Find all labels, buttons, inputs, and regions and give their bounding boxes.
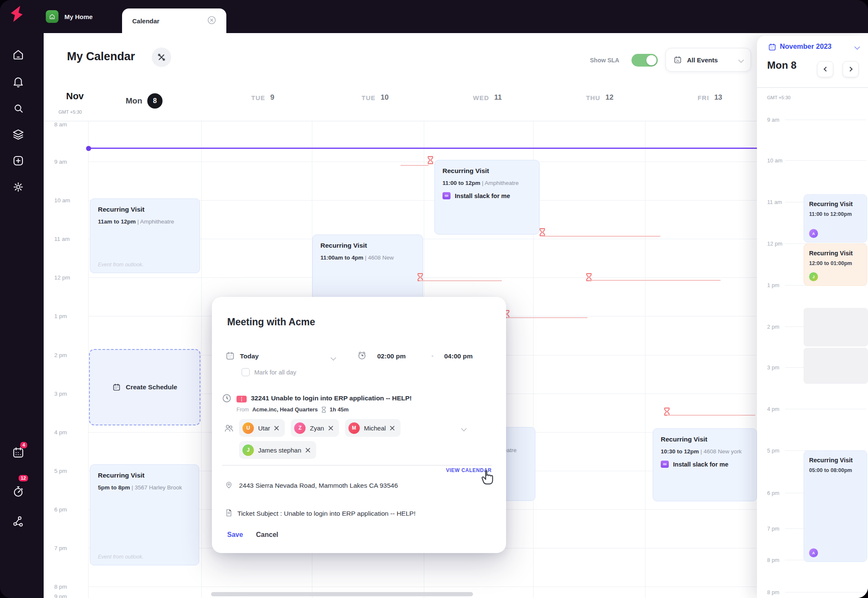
attendee-chip-james[interactable]: J James stephan [239, 441, 316, 459]
event-source-note: Event from outlook. [98, 262, 144, 268]
panel-divider [757, 87, 868, 88]
hour-label: 2 pm [54, 352, 67, 358]
sidebar-item-notifications[interactable] [11, 75, 25, 89]
cancel-button[interactable]: Cancel [256, 531, 278, 539]
sla-line [507, 317, 587, 318]
meeting-modal: Meeting with Acme Today 02:00 pm - 04:00… [212, 297, 506, 553]
sla-line [420, 280, 502, 281]
close-tab-icon[interactable] [207, 16, 216, 26]
sidebar-item-add[interactable] [11, 154, 25, 168]
all-events-dropdown[interactable]: All Events [665, 48, 751, 72]
tools-icon [157, 53, 166, 62]
event-card-wed11-11am[interactable]: Recurring Visit 11:00 to 12pm | Amphithe… [434, 160, 540, 235]
panel-hour-label: 5 pm [767, 447, 779, 454]
tab-calendar-label: Calendar [132, 17, 159, 25]
sla-line [588, 280, 721, 281]
panel-hour-label: 2 pm [767, 324, 779, 330]
panel-busy-block [804, 348, 868, 384]
hour-label: 11 am [54, 236, 70, 242]
duration-hourglass-icon [321, 407, 326, 413]
chevron-down-icon[interactable] [854, 44, 860, 50]
time-separator: - [431, 352, 434, 359]
sla-hourglass-icon [427, 156, 434, 166]
alarm-clock-icon [357, 350, 367, 360]
day-header-thu-12[interactable]: THU 12 [586, 93, 614, 102]
page-title: My Calendar [67, 50, 135, 63]
stopwatch-icon [12, 485, 25, 498]
chevron-down-icon[interactable] [331, 355, 336, 360]
location-value[interactable]: 2443 Sierra Nevada Road, Mammoth Lakes C… [239, 482, 398, 489]
show-sla-toggle[interactable] [632, 54, 658, 67]
chevron-down-icon[interactable] [461, 426, 467, 431]
app-task-icon [661, 461, 669, 468]
panel-event-11am[interactable]: Recurring Visit 11:00 to 12:00pm A [804, 194, 867, 243]
panel-event-5pm[interactable]: Recurring Visit 05:00 to 08:00pm A [804, 450, 867, 562]
remove-attendee-icon[interactable] [306, 448, 310, 453]
share-network-icon [12, 515, 25, 528]
hour-label: 9 pm [54, 593, 67, 598]
remove-attendee-icon[interactable] [390, 426, 395, 430]
horizontal-scrollbar[interactable] [211, 592, 473, 596]
panel-hour-label: 7 pm [767, 525, 779, 532]
search-icon [13, 103, 24, 114]
grid-hline [88, 162, 757, 162]
day-header-tue-10[interactable]: TUE 10 [362, 93, 389, 102]
avatar: J [809, 272, 818, 281]
event-card-mon-5pm[interactable]: Recurring Visit 5pm to 8pm | 3567 Harley… [90, 464, 199, 565]
sidebar-item-layers[interactable] [11, 127, 25, 142]
grid-hline [88, 587, 757, 587]
app-window: My Calendar Show SLA All Events Nov GMT … [0, 0, 868, 598]
attendees-icon [224, 423, 234, 433]
document-icon [225, 508, 233, 517]
all-day-checkbox[interactable] [242, 368, 250, 376]
gear-icon [12, 181, 24, 193]
panel-hour-label: 4 pm [767, 406, 779, 412]
chevron-right-icon [848, 67, 852, 71]
calendar-settings-button[interactable] [152, 48, 171, 67]
from-label: From [236, 407, 249, 413]
tab-my-home[interactable]: My Home [46, 8, 93, 25]
start-time-field[interactable]: 02:00 pm [377, 352, 406, 360]
remove-attendee-icon[interactable] [328, 426, 333, 430]
next-day-button[interactable] [843, 61, 859, 77]
panel-hline [785, 160, 866, 161]
calendar-icon [768, 43, 776, 51]
end-time-field[interactable]: 04:00 pm [444, 352, 473, 360]
modal-divider [222, 465, 492, 466]
hour-label: 4 pm [54, 429, 67, 436]
chevron-left-icon [823, 67, 828, 71]
hour-label: 1 pm [54, 313, 67, 319]
remove-attendee-icon[interactable] [274, 426, 279, 430]
tab-calendar[interactable]: Calendar [122, 8, 226, 33]
attendee-chip-micheal[interactable]: M Micheal [345, 419, 401, 437]
date-select[interactable]: Today [240, 352, 259, 360]
panel-month-selector[interactable]: November 2023 [780, 42, 832, 50]
panel-hour-label: 8 pm [767, 557, 779, 563]
day-detail-panel: November 2023 Mon 8 GMT +5:30 9 am 10 am… [757, 36, 868, 598]
grid-vline [88, 89, 89, 598]
create-schedule-button[interactable]: Create Schedule [89, 349, 200, 425]
panel-hline [785, 592, 866, 592]
event-card-mon-11am[interactable]: Recurring Visit 11am to 12pm | Amphithea… [90, 198, 200, 273]
sidebar-item-workflow[interactable] [11, 514, 25, 528]
attendee-chip-zyan[interactable]: Z Zyan [291, 419, 339, 437]
day-header-wed-11[interactable]: WED 11 [473, 93, 502, 102]
sidebar-item-timer[interactable] [11, 484, 25, 499]
panel-hour-label: 6 pm [767, 490, 779, 496]
gmt-label: GMT +5:30 [58, 109, 82, 115]
avatar: J [242, 444, 254, 456]
panel-hour-label: 12 pm [767, 240, 782, 247]
attendee-chip-utar[interactable]: U Utar [239, 419, 285, 437]
sidebar-item-search[interactable] [11, 101, 25, 115]
panel-event-12pm[interactable]: Recurring Visit 12:00 to 01:00pm J [804, 243, 867, 286]
sidebar-item-settings[interactable] [11, 180, 25, 194]
day-header-fri-13[interactable]: FRI 13 [698, 93, 722, 102]
save-button[interactable]: Save [227, 531, 243, 539]
event-card-fri13-1030am[interactable]: Recurring Visit 10:30 to 12pm | 4608 New… [653, 428, 757, 501]
day-header-mon-8[interactable]: Mon 8 [125, 93, 162, 109]
ticket-icon [236, 396, 247, 402]
prev-day-button[interactable] [817, 61, 833, 77]
day-header-tue-9[interactable]: TUE 9 [251, 93, 274, 102]
panel-hour-label: 9 am [767, 117, 779, 123]
sidebar-item-home[interactable] [11, 48, 25, 62]
